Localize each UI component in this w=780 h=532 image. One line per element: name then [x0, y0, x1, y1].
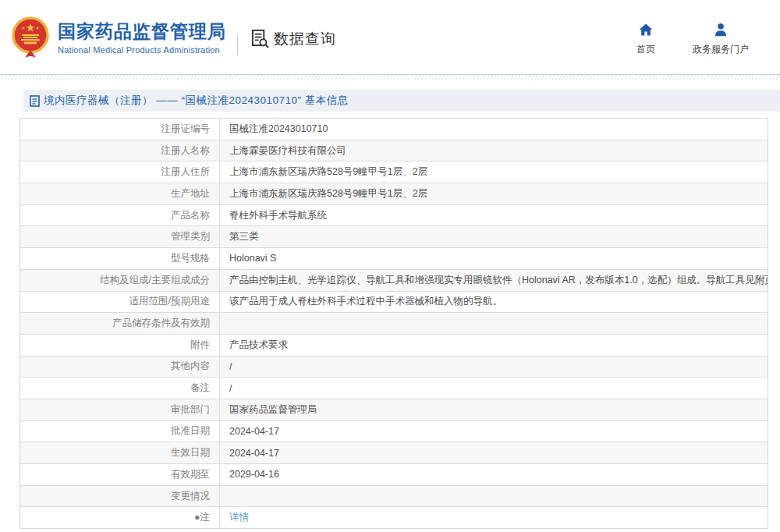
row-label: 变更情况	[20, 485, 220, 507]
table-row: 产品储存条件及有效期	[20, 313, 768, 335]
row-value: 上海市浦东新区瑞庆路528号9幢甲号1层、2层	[220, 161, 768, 183]
nav-home-label: 首页	[636, 43, 655, 56]
nav-portal-label: 政务服务门户	[693, 43, 749, 56]
row-label: 其他内容	[20, 356, 220, 378]
row-value	[220, 485, 768, 507]
info-table-body: 注册证编号 国械注准20243010710 注册人名称 上海霖晏医疗科技有限公司…	[20, 119, 768, 529]
row-value: 该产品用于成人脊柱外科手术过程中手术器械和植入物的导航。	[220, 291, 768, 313]
row-value: 2024-04-17	[220, 420, 768, 442]
table-row: 备注 /	[20, 378, 768, 399]
row-label: 生产地址	[20, 183, 220, 205]
row-label: 产品储存条件及有效期	[20, 313, 220, 335]
row-value: 2029-04-16	[220, 464, 768, 486]
row-label: 注册人名称	[20, 140, 220, 161]
table-row: 审批部门 国家药品监督管理局	[20, 399, 768, 420]
table-row: 附件 产品技术要求	[20, 334, 768, 356]
row-label: 生效日期	[20, 442, 220, 464]
row-label: 管理类别	[20, 226, 220, 248]
document-search-icon	[250, 29, 270, 48]
table-row: 批准日期 2024-04-17	[20, 420, 768, 442]
table-row: 型号规格 Holonavi S	[20, 248, 768, 270]
table-row: 注册人住所 上海市浦东新区瑞庆路528号9幢甲号1层、2层	[20, 161, 768, 183]
table-row: ●注 详情	[20, 507, 768, 529]
row-value: /	[220, 378, 768, 399]
table-row: 注册证编号 国械注准20243010710	[20, 119, 768, 140]
breadcrumb: 境内医疗器械（注册） —— “国械注准20243010710” 基本信息	[23, 90, 780, 112]
detail-link[interactable]: 详情	[229, 512, 249, 523]
table-row: 生产地址 上海市浦东新区瑞庆路528号9幢甲号1层、2层	[20, 183, 768, 205]
table-row: 生效日期 2024-04-17	[20, 442, 768, 464]
row-label: 注册证编号	[20, 119, 220, 140]
row-label: 备注	[20, 378, 220, 399]
row-value: 2024-04-17	[220, 442, 768, 464]
row-value: 国械注准20243010710	[220, 119, 768, 140]
nmpa-emblem-logo[interactable]	[9, 16, 51, 59]
row-value: /	[220, 356, 768, 378]
row-value	[220, 313, 768, 335]
row-value: 第三类	[220, 226, 768, 248]
nav-home[interactable]: 首页	[636, 22, 655, 56]
user-icon	[713, 22, 729, 37]
row-label: 审批部门	[20, 399, 220, 420]
row-label: ●注	[20, 507, 220, 529]
table-row: 结构及组成/主要组成成分 产品由控制主机、光学追踪仪、导航工具和增强现实专用眼镜…	[20, 269, 768, 291]
national-emblem-icon	[9, 16, 51, 59]
row-label: 结构及组成/主要组成成分	[20, 269, 220, 291]
row-label: 附件	[20, 334, 220, 356]
row-value: 脊柱外科手术导航系统	[220, 204, 768, 226]
row-label: 型号规格	[20, 248, 220, 270]
brand-block: 国家药品监督管理局 National Medical Products Admi…	[58, 20, 226, 55]
header: 国家药品监督管理局 National Medical Products Admi…	[0, 0, 780, 74]
header-nav: 首页 政务服务门户	[636, 22, 749, 56]
row-label: 注册人住所	[20, 161, 220, 183]
registration-info-table-wrap: 注册证编号 国械注准20243010710 注册人名称 上海霖晏医疗科技有限公司…	[20, 118, 768, 529]
org-name-en: National Medical Products Administration	[58, 45, 226, 55]
row-label: 适用范围/预期用途	[20, 291, 220, 313]
breadcrumb-text: 境内医疗器械（注册） —— “国械注准20243010710” 基本信息	[44, 94, 349, 108]
row-value: 国家药品监督管理局	[220, 399, 768, 420]
hatched-divider	[0, 74, 780, 80]
data-query-menu[interactable]: 数据查询	[250, 29, 336, 49]
table-row: 产品名称 脊柱外科手术导航系统	[20, 204, 768, 226]
table-row: 有效期至 2029-04-16	[20, 464, 768, 486]
row-value: 产品由控制主机、光学追踪仪、导航工具和增强现实专用眼镜软件（Holonavi A…	[220, 269, 768, 291]
table-row: 适用范围/预期用途 该产品用于成人脊柱外科手术过程中手术器械和植入物的导航。	[20, 291, 768, 313]
row-value: 详情	[220, 507, 768, 529]
data-query-label: 数据查询	[274, 29, 336, 49]
row-label: 产品名称	[20, 204, 220, 226]
org-name-cn: 国家药品监督管理局	[58, 20, 226, 43]
registration-info-table: 注册证编号 国械注准20243010710 注册人名称 上海霖晏医疗科技有限公司…	[20, 118, 768, 529]
home-icon	[638, 22, 654, 37]
table-row: 其他内容 /	[20, 356, 768, 378]
row-value: 上海霖晏医疗科技有限公司	[220, 140, 768, 161]
table-row: 管理类别 第三类	[20, 226, 768, 248]
brand-divider	[237, 34, 238, 55]
row-label: 有效期至	[20, 464, 220, 486]
row-value: 产品技术要求	[220, 334, 768, 356]
row-value: Holonavi S	[220, 248, 768, 270]
page: 国家药品监督管理局 National Medical Products Admi…	[0, 0, 780, 529]
row-value: 上海市浦东新区瑞庆路528号9幢甲号1层、2层	[220, 183, 768, 205]
nav-portal[interactable]: 政务服务门户	[693, 22, 749, 56]
row-label: 批准日期	[20, 420, 220, 442]
table-row: 注册人名称 上海霖晏医疗科技有限公司	[20, 140, 768, 161]
table-row: 变更情况	[20, 485, 768, 507]
document-icon	[30, 95, 40, 107]
